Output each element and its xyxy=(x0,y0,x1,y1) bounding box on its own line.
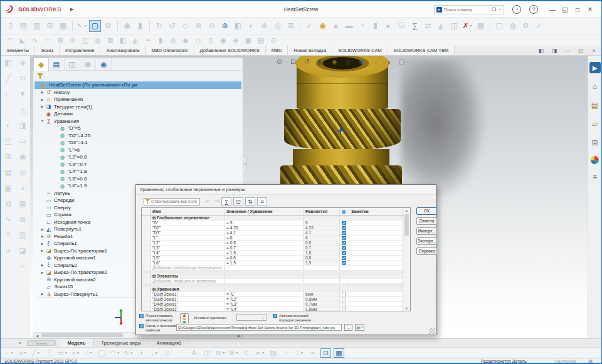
straight-slot-icon[interactable]: ◗▼ xyxy=(70,348,81,358)
settings-gear-icon[interactable]: ⚙ xyxy=(102,20,114,32)
view-tab-1[interactable]: Модель xyxy=(60,339,93,348)
save-icon[interactable]: ▤ xyxy=(18,20,29,32)
tree-item[interactable]: ▼∑Уравнения xyxy=(34,118,241,125)
dimxpertmanager-icon[interactable]: ⊕ xyxy=(80,58,96,71)
expand-arrow-icon[interactable]: ▶ xyxy=(40,249,45,252)
equation-row[interactable]: "L6"= 1.91.9 xyxy=(142,261,410,266)
confirm-icon[interactable]: ✓ xyxy=(533,20,545,32)
new-document-icon[interactable]: ▯ xyxy=(4,20,16,32)
dialog-resize-grip[interactable] xyxy=(429,328,435,334)
tree-item[interactable]: ◍"L"=6 xyxy=(34,147,241,154)
new-window-icon[interactable]: ▢ xyxy=(494,20,505,32)
disabled-tool-icon[interactable]: ▤ xyxy=(3,167,14,178)
polygon-icon[interactable]: ◇ xyxy=(162,348,173,358)
filter-box[interactable] xyxy=(144,198,200,205)
section-box-icon[interactable]: ◧ xyxy=(232,20,244,32)
help-button[interactable]: Справка xyxy=(416,247,437,255)
tree-item[interactable]: ◍"D"=5 xyxy=(34,125,241,132)
suppress-checkbox[interactable] xyxy=(342,256,346,260)
equation-row[interactable]: "L2"= 0.80.8 xyxy=(142,241,410,246)
suppress-checkbox[interactable] xyxy=(342,261,346,265)
linear-sketch-pattern-icon[interactable]: ⊞▼ xyxy=(215,348,226,358)
ribbon-tab-10[interactable]: SOLIDWORKS CAM TBM xyxy=(388,46,455,55)
redo-icon[interactable]: ↷ xyxy=(215,199,220,205)
traffic-light-button[interactable] xyxy=(180,313,189,323)
auto-solve-checkbox[interactable] xyxy=(273,314,277,318)
search-scope-icon[interactable]: ▸ xyxy=(436,7,442,13)
disabled-tool-icon[interactable]: ▥ xyxy=(17,229,28,241)
doc-restore-icon[interactable]: ◱ xyxy=(577,47,584,55)
configurationmanager-icon[interactable]: ◫ xyxy=(65,58,80,71)
insert-components-icon[interactable]: ⊕ xyxy=(193,20,204,32)
equation-row[interactable]: "D2"= 4.254.25 xyxy=(142,226,410,231)
view-palette-icon[interactable]: ⊞ xyxy=(589,137,601,148)
interference-gears-icon[interactable]: ◎ xyxy=(272,20,283,32)
tree-item[interactable]: ▶AПримечания xyxy=(34,96,241,103)
disabled-tool-icon[interactable]: ∟ xyxy=(3,88,14,100)
disabled-tool-icon[interactable]: ↻ xyxy=(17,73,28,84)
expand-arrow-icon[interactable]: ▶ xyxy=(40,263,45,267)
options-icon[interactable]: ⚙ xyxy=(520,20,532,32)
tree-item[interactable]: ◍"L5"=0.8 xyxy=(34,175,241,183)
render-preview-icon[interactable]: ◍ xyxy=(507,20,519,32)
perimeter-circle-icon[interactable]: ◯ xyxy=(97,348,107,358)
sweep-boss-icon[interactable]: ∿ xyxy=(29,36,41,45)
disabled-tool-icon[interactable]: ▣ xyxy=(3,182,14,194)
add-placeholder-row[interactable]: Добавить погашение элемента xyxy=(142,279,410,284)
scrollbar-thumb[interactable] xyxy=(41,333,123,337)
solidworks-resources-icon[interactable]: ▶ xyxy=(589,62,601,73)
dropdown-caret-icon[interactable]: ▼ xyxy=(261,351,265,355)
view-tab-2[interactable]: Трехмерные виды xyxy=(94,339,149,348)
performance-evaluation-icon[interactable]: ◔ xyxy=(356,20,368,32)
ribbon-tab-5[interactable]: MBD Dimensions xyxy=(146,46,194,55)
previous-view-icon[interactable]: ↺ xyxy=(302,57,312,66)
reference-target-icon[interactable]: ⊕ xyxy=(219,20,231,32)
lofted-cut-icon[interactable]: ◈ xyxy=(230,36,241,45)
view-orientation-icon[interactable]: ◈ xyxy=(330,57,339,66)
units-globe-icon[interactable]: ◍ xyxy=(588,358,593,364)
smart-fasteners-icon[interactable]: ⊙ xyxy=(206,20,218,32)
doc-minimize-icon[interactable]: — xyxy=(564,47,571,55)
display-delete-relations-icon[interactable]: ▨ xyxy=(268,348,278,358)
spellcheck-icon[interactable]: ✓ xyxy=(304,20,315,32)
revolved-boss-icon[interactable]: ◎ xyxy=(167,36,179,45)
print3d-icon[interactable]: ▦ xyxy=(57,20,69,32)
ribbon-tab-4[interactable]: Анализировать xyxy=(100,46,145,55)
dropdown-caret-icon[interactable]: ▼ xyxy=(84,24,87,28)
dropdown-caret-icon[interactable]: ▼ xyxy=(117,351,120,355)
expand-arrow-icon[interactable]: ▶ xyxy=(40,234,45,238)
panel-splitter-handle[interactable]: ≡ xyxy=(243,156,247,172)
equation-row[interactable]: "L3"= 0.70.7 xyxy=(142,246,410,251)
filter-input[interactable] xyxy=(151,199,198,204)
symmetry-check-icon[interactable]: ◫ xyxy=(448,20,460,32)
suppress-checkbox[interactable] xyxy=(342,241,346,245)
dimxpert-update-icon[interactable]: ✗▼ xyxy=(462,20,473,32)
suppress-checkbox[interactable] xyxy=(342,298,346,301)
fillet-icon[interactable]: ◠ xyxy=(4,36,16,45)
user-account-icon[interactable]: ◔ xyxy=(512,5,521,14)
ribbon-tab-2[interactable]: Эскиз xyxy=(35,46,60,55)
propertymanager-icon[interactable]: ▤ xyxy=(49,58,65,71)
offset-entities-icon[interactable]: ≍▼ xyxy=(255,348,265,358)
disabled-tool-icon[interactable]: ≈ xyxy=(17,261,28,272)
disabled-tool-icon[interactable]: ▭ xyxy=(17,135,28,147)
sketch-icon[interactable]: ⌐▼ xyxy=(4,348,15,358)
wrap-icon[interactable]: ◍ xyxy=(92,36,103,45)
link-external-checkbox[interactable] xyxy=(139,324,144,328)
circular-pattern-feature-icon[interactable]: ⊛ xyxy=(67,36,78,45)
equation-view-icon[interactable]: ∑ xyxy=(221,197,231,205)
design-checker-icon[interactable]: ☑ xyxy=(396,20,408,32)
section-header-row[interactable]: ⊟ Уравнения xyxy=(142,287,410,292)
maximize-icon[interactable]: □ xyxy=(571,6,584,13)
search-icon[interactable] xyxy=(492,7,497,12)
intersect-icon[interactable]: ⊠ xyxy=(105,36,116,45)
design-table-icon[interactable]: ▦ xyxy=(475,20,487,32)
doc-close-icon[interactable]: × xyxy=(590,47,598,55)
line-icon[interactable]: ╱▼ xyxy=(31,348,41,358)
tree-item[interactable]: ◍"D3"=4.1 xyxy=(34,139,241,147)
equation-row[interactable]: "D5@Эскиз1"= "L4"1.8мм xyxy=(142,307,410,311)
sensors-icon[interactable]: ▮ xyxy=(369,20,381,32)
linear-pattern-icon[interactable]: ⊞ xyxy=(55,36,66,45)
mass-properties-icon[interactable]: ▲ xyxy=(330,20,342,32)
rapid-sketch-icon[interactable]: ≈ xyxy=(307,348,318,358)
